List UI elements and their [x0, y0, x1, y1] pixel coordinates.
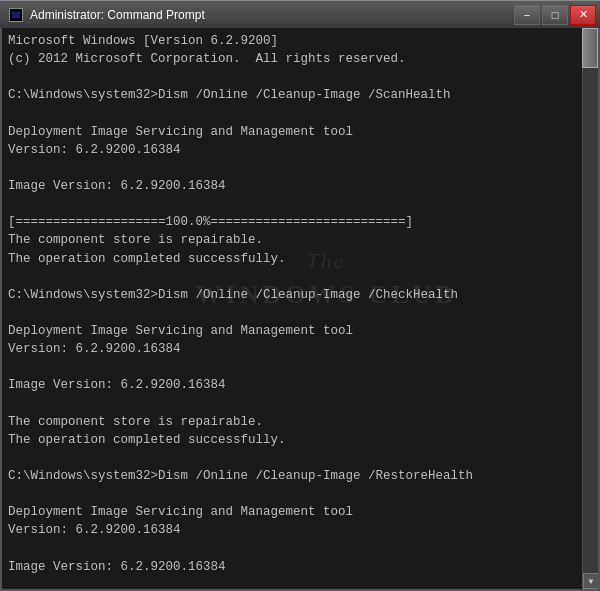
terminal-content[interactable]: Microsoft Windows [Version 6.2.9200] (c)…	[2, 28, 598, 589]
cmd-app-icon	[8, 7, 24, 23]
title-bar: Administrator: Command Prompt − □ ✕	[0, 0, 600, 28]
terminal-window: Microsoft Windows [Version 6.2.9200] (c)…	[0, 28, 600, 591]
scrollbar-arrow-down[interactable]: ▼	[583, 573, 599, 589]
window-title: Administrator: Command Prompt	[30, 8, 205, 22]
minimize-button[interactable]: −	[514, 5, 540, 25]
maximize-button[interactable]: □	[542, 5, 568, 25]
scrollbar-track[interactable]: ▲ ▼	[582, 28, 598, 589]
close-button[interactable]: ✕	[570, 5, 596, 25]
window-controls: − □ ✕	[514, 5, 596, 25]
title-bar-left: Administrator: Command Prompt	[8, 7, 205, 23]
scrollbar-thumb[interactable]	[582, 28, 598, 68]
